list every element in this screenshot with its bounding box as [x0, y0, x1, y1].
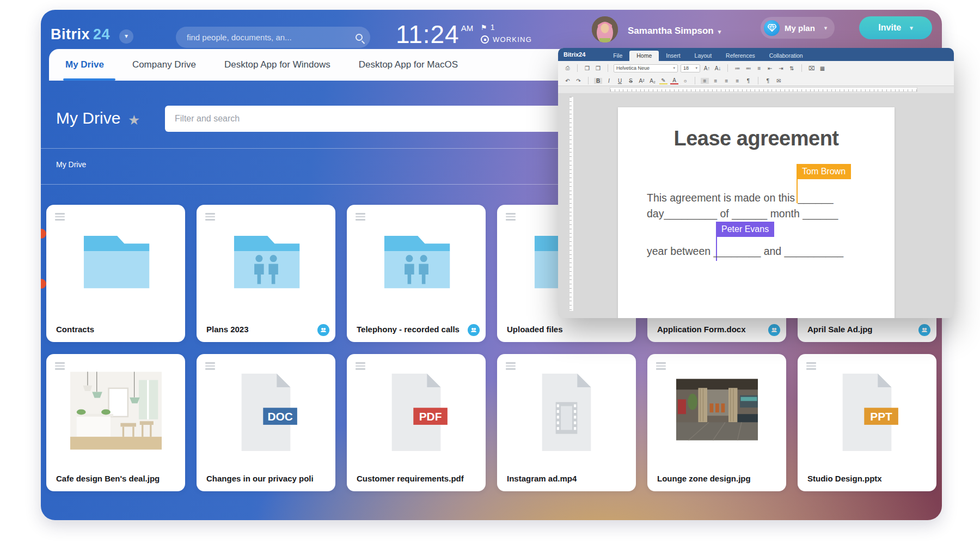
menu-references[interactable]: References: [719, 51, 762, 61]
copy-button[interactable]: ❐: [583, 65, 591, 71]
photo-thumbnail: [46, 370, 185, 451]
file-name: Instagram ad.mp4: [507, 474, 614, 483]
search-icon[interactable]: [356, 34, 363, 41]
highlight-button[interactable]: ✎: [659, 77, 667, 84]
card-menu-icon[interactable]: [656, 362, 666, 370]
document-page[interactable]: Lease agreement Tom Brown This agreement…: [618, 107, 895, 318]
align-left-button[interactable]: ≡: [701, 78, 709, 84]
menu-insert[interactable]: Insert: [659, 51, 687, 61]
format-painter-button[interactable]: ¶: [764, 78, 772, 84]
card-menu-icon[interactable]: [806, 362, 816, 370]
file-card-telephony[interactable]: Telephony - recorded calls: [347, 205, 486, 342]
menu-home[interactable]: Home: [629, 51, 659, 61]
menu-collaboration[interactable]: Collaboration: [762, 51, 810, 61]
vertical-ruler: [569, 96, 574, 312]
tab-desktop-app-windows[interactable]: Desktop App for Windows: [224, 49, 330, 81]
strikethrough-button[interactable]: S: [627, 78, 635, 84]
bold-button[interactable]: B: [594, 78, 602, 84]
shared-badge-icon: [768, 324, 780, 336]
breadcrumb[interactable]: My Drive: [56, 160, 86, 169]
increase-indent-button[interactable]: ⇥: [777, 65, 785, 71]
insert-image-button[interactable]: ▦: [818, 65, 826, 71]
document-editor-window: Bitrix24 File Home Insert Layout Referen…: [558, 48, 954, 318]
mail-merge-button[interactable]: ✉: [775, 78, 783, 84]
bullet-list-button[interactable]: ≔: [733, 65, 742, 71]
chevron-down-icon: ▾: [695, 66, 697, 70]
card-menu-icon[interactable]: [506, 362, 516, 370]
shared-folder-icon: [347, 223, 486, 300]
file-card-customer-requirements[interactable]: PDF Customer requirements.pdf: [347, 354, 486, 491]
collaborator-cursor-label: Tom Brown: [797, 164, 851, 179]
font-color-button[interactable]: A: [670, 77, 678, 84]
card-menu-icon[interactable]: [506, 213, 516, 221]
line-spacing-button[interactable]: ⇅: [788, 65, 796, 71]
work-status-button[interactable]: WORKING: [481, 35, 532, 44]
global-search-input[interactable]: [187, 33, 356, 42]
file-card-plans-2023[interactable]: Plans 2023: [197, 205, 335, 342]
font-family-select[interactable]: Helvetica Neue▾: [614, 64, 678, 72]
clear-format-button[interactable]: ⌧: [807, 65, 816, 71]
shared-badge-icon: [918, 324, 930, 336]
menu-file[interactable]: File: [606, 51, 629, 61]
align-right-button[interactable]: ≡: [722, 78, 731, 84]
pdf-badge-text: PDF: [419, 410, 442, 423]
paste-button[interactable]: ❐: [594, 65, 602, 71]
tab-desktop-app-macos[interactable]: Desktop App for MacOS: [359, 49, 458, 81]
horizontal-ruler: [558, 86, 954, 93]
avatar[interactable]: [592, 16, 618, 42]
italic-button[interactable]: I: [605, 78, 613, 84]
card-menu-icon[interactable]: [55, 362, 65, 370]
tab-my-drive[interactable]: My Drive: [65, 49, 104, 81]
undo-button[interactable]: ↶: [564, 78, 572, 84]
chevron-down-icon: ▾: [718, 28, 721, 35]
invite-button[interactable]: Invite▾: [859, 16, 932, 39]
work-status-label: WORKING: [493, 35, 532, 44]
favorite-star-icon[interactable]: ★: [128, 112, 140, 128]
file-card-contracts[interactable]: Contracts: [46, 205, 185, 342]
superscript-button[interactable]: A²: [638, 78, 646, 84]
menu-layout[interactable]: Layout: [688, 51, 719, 61]
folder-icon: [46, 223, 185, 300]
numbered-list-button[interactable]: ≕: [744, 65, 752, 71]
underline-button[interactable]: U: [616, 78, 624, 84]
align-center-button[interactable]: ≡: [712, 78, 720, 84]
decrease-indent-button[interactable]: ⇤: [766, 65, 774, 71]
notifications[interactable]: ⚑1: [481, 23, 494, 32]
file-card-privacy-policy[interactable]: DOC Changes in our privacy poli...: [197, 354, 335, 491]
file-card-lounge-zone[interactable]: Lounge zone design.jpg: [647, 354, 786, 491]
font-size-select[interactable]: 18▾: [681, 64, 700, 72]
card-menu-icon[interactable]: [205, 213, 215, 221]
record-status-icon: [481, 35, 489, 44]
redo-button[interactable]: ↷: [574, 78, 583, 84]
chevron-down-icon[interactable]: ▾: [119, 29, 133, 44]
card-menu-icon[interactable]: [205, 362, 215, 370]
editor-logo: Bitrix24: [564, 51, 585, 58]
user-menu[interactable]: Samantha Simpson▾: [628, 26, 721, 36]
file-name: Changes in our privacy poli...: [206, 474, 314, 483]
card-menu-icon[interactable]: [55, 213, 65, 221]
multilevel-list-button[interactable]: ≡: [755, 65, 763, 71]
file-card-studio-design[interactable]: PPT Studio Design.pptx: [798, 354, 936, 491]
card-menu-icon[interactable]: [356, 362, 365, 370]
paragraph-mark-button[interactable]: ¶: [744, 78, 752, 84]
my-plan-label: My plan: [785, 23, 815, 33]
tab-company-drive[interactable]: Company Drive: [132, 49, 196, 81]
global-search[interactable]: [176, 27, 370, 48]
print-button[interactable]: ⎙: [564, 65, 572, 71]
clock-time: 11:24: [396, 20, 460, 48]
shading-button[interactable]: ○: [681, 78, 689, 84]
file-card-cafe-design[interactable]: Cafe design Ben's deal.jpg: [46, 354, 185, 491]
editor-menu: File Home Insert Layout References Colla…: [606, 51, 810, 61]
card-menu-icon[interactable]: [356, 213, 365, 221]
collaborator-cursor-label: Peter Evans: [716, 222, 774, 237]
grow-font-button[interactable]: A↑: [703, 65, 711, 71]
file-name: Plans 2023: [206, 325, 314, 334]
subscript-button[interactable]: A₂: [648, 78, 657, 84]
clock-meridiem: AM: [461, 23, 474, 33]
align-justify-button[interactable]: ≡: [733, 78, 742, 84]
shrink-font-button[interactable]: A↓: [714, 65, 722, 71]
file-card-instagram-ad[interactable]: Instagram ad.mp4: [497, 354, 636, 491]
document-text-line: This agreement is made on this ______: [647, 192, 834, 204]
shared-badge-icon: [468, 324, 480, 336]
my-plan-button[interactable]: My plan ▾: [761, 17, 835, 39]
